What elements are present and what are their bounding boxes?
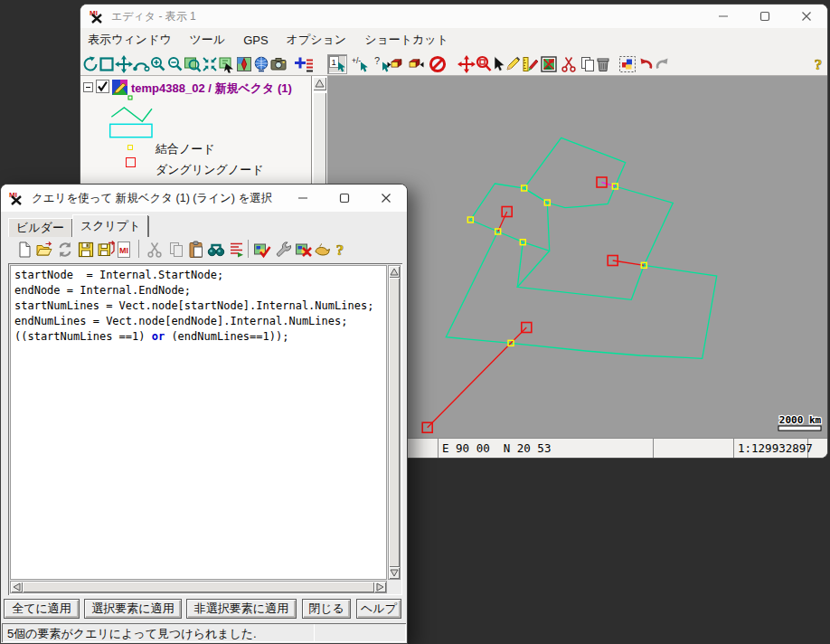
select-toggle-icon[interactable]: +/- [351, 54, 371, 74]
editor-titlebar: MI エディタ - 表示 1 [80, 5, 827, 28]
cut-icon[interactable] [559, 54, 579, 74]
raster-edit-icon[interactable] [618, 54, 637, 74]
window-title: エディタ - 表示 1 [111, 9, 196, 24]
script-line: endNumLines = Vect.node[endNode].Interna… [14, 314, 382, 329]
close-button[interactable] [365, 185, 407, 212]
selected-line [602, 183, 616, 187]
legend-label: 結合ノード [156, 141, 215, 157]
menubar: 表示ウィンドウツールGPSオプションショートカット [80, 28, 827, 52]
open-file-icon[interactable] [33, 240, 53, 260]
goto-line-icon[interactable] [226, 240, 246, 260]
script-line: ((startNumLines ==1) or (endNumLines==1)… [14, 329, 382, 345]
svg-text:2000 km: 2000 km [779, 414, 822, 426]
copy-gray-icon[interactable] [166, 240, 186, 260]
map-scale-ratio: 1:129932897 [738, 441, 813, 455]
revert-icon[interactable] [55, 240, 75, 260]
svg-text:?: ? [336, 242, 344, 259]
menu-4[interactable]: ショートカット [355, 32, 457, 48]
scroll-down-icon[interactable] [389, 567, 400, 579]
svg-text:MI: MI [119, 246, 128, 255]
vector-line [446, 232, 716, 358]
statusbar-separator [733, 439, 734, 458]
scroll-up-icon[interactable] [389, 266, 400, 278]
save-as-icon[interactable] [96, 240, 116, 260]
script-editor: startNode = Internal.StartNode;endNode =… [8, 263, 402, 595]
statusbar-separator [438, 439, 439, 458]
dialog-statusbar: 5個の要素がクエリによって見つけられました. [2, 623, 406, 642]
tab-builder[interactable]: ビルダー [8, 218, 72, 237]
map-scalebar: 2000 km [778, 414, 822, 431]
cut-gray-icon[interactable] [145, 240, 165, 260]
node-marker [127, 145, 133, 150]
statusbar-separator [314, 624, 315, 641]
app-logo-icon: MI [90, 9, 104, 24]
statusbar-separator [653, 439, 654, 458]
deselect-all-icon[interactable] [428, 54, 448, 74]
vector-line [517, 186, 673, 299]
scrollbar-thumb[interactable] [389, 278, 400, 567]
find-icon[interactable] [206, 240, 226, 260]
add-layer-icon[interactable] [294, 54, 314, 74]
vertical-scrollbar[interactable] [388, 265, 401, 580]
vector-line [517, 242, 523, 288]
menu-0[interactable]: 表示ウィンドウ [80, 32, 181, 48]
minimize-button[interactable] [703, 5, 744, 28]
help-button[interactable]: ヘルプ [356, 599, 401, 619]
redo-icon[interactable] [653, 54, 673, 74]
maximize-button[interactable] [324, 185, 365, 212]
close-button[interactable] [786, 5, 827, 28]
menu-2[interactable]: GPS [234, 33, 277, 47]
toolbar-separator [248, 240, 249, 258]
delete-icon[interactable] [593, 54, 613, 74]
desktop: { "main_window": { "title": "エディタ - 表示 1… [0, 0, 830, 644]
snapshot-icon[interactable] [269, 54, 288, 74]
scroll-up-icon[interactable] [313, 77, 326, 90]
scroll-left-icon[interactable] [11, 582, 23, 592]
script-line: startNode = Internal.StartNode; [14, 268, 382, 283]
svg-text:+/-: +/- [352, 56, 361, 65]
horizontal-scrollbar[interactable] [10, 581, 387, 593]
dialog-tabs: ビルダースクリプト [1, 214, 407, 237]
dialog-title: クエリを使って 新規ベクタ (1) (ライン) を選択 [32, 191, 272, 206]
image-edit-icon[interactable] [539, 54, 559, 74]
apply-all-button[interactable]: 全てに適用 [4, 599, 80, 619]
apply-selected-button[interactable]: 選択要素に適用 [84, 599, 182, 619]
tab-script[interactable]: スクリプト [72, 214, 149, 237]
editor-toolbar: 1+/-?? [80, 52, 827, 76]
script-text-area[interactable]: startNode = Internal.StartNode;endNode =… [10, 265, 387, 580]
dialog-button-row: 全てに適用選択要素に適用非選択要素に適用閉じるヘルプ [1, 599, 407, 619]
menu-1[interactable]: ツール [181, 32, 235, 48]
help-icon[interactable]: ? [330, 240, 350, 260]
prev-element-icon[interactable] [386, 54, 406, 74]
minimize-button[interactable] [282, 185, 324, 212]
dialog-toolbar: MI? [1, 237, 407, 261]
help-icon[interactable]: ? [808, 54, 828, 74]
measure-icon[interactable] [520, 54, 540, 74]
select-single-icon[interactable]: 1 [327, 54, 347, 74]
menu-3[interactable]: オプション [278, 32, 356, 48]
wrench-icon[interactable] [274, 240, 294, 260]
dialog-titlebar: MI クエリを使って 新規ベクタ (1) (ライン) を選択 [1, 185, 407, 212]
script-line: startNumLines = Vect.node[startNode].Int… [14, 298, 382, 314]
exec-lamp-icon[interactable] [312, 240, 332, 260]
syntax-fail-icon[interactable] [294, 240, 314, 260]
paste-icon[interactable] [186, 240, 206, 260]
scroll-right-icon[interactable] [374, 582, 386, 592]
query-dialog: MI クエリを使って 新規ベクタ (1) (ライン) を選択 ビルダースクリプト… [0, 184, 408, 644]
scrollbar-thumb[interactable] [23, 582, 374, 592]
cursor-coordinates: E 90 00 N 20 53 [442, 441, 551, 455]
svg-text:?: ? [815, 56, 823, 73]
maximize-button[interactable] [744, 5, 786, 28]
save-icon[interactable] [76, 240, 96, 260]
tab-row-edge [148, 216, 149, 237]
apply-unselected-button[interactable]: 非選択要素に適用 [186, 599, 297, 619]
new-file-icon[interactable] [14, 240, 34, 260]
svg-text:1: 1 [332, 57, 336, 67]
mi-doc-icon[interactable]: MI [114, 240, 134, 260]
toolbar-separator [138, 240, 139, 258]
close-dialog-button[interactable]: 閉じる [302, 599, 351, 619]
next-element-icon[interactable] [405, 54, 425, 74]
script-line: endNode = Internal.EndNode; [14, 283, 382, 298]
syntax-check-icon[interactable] [252, 240, 272, 260]
dangling-line [428, 327, 527, 428]
